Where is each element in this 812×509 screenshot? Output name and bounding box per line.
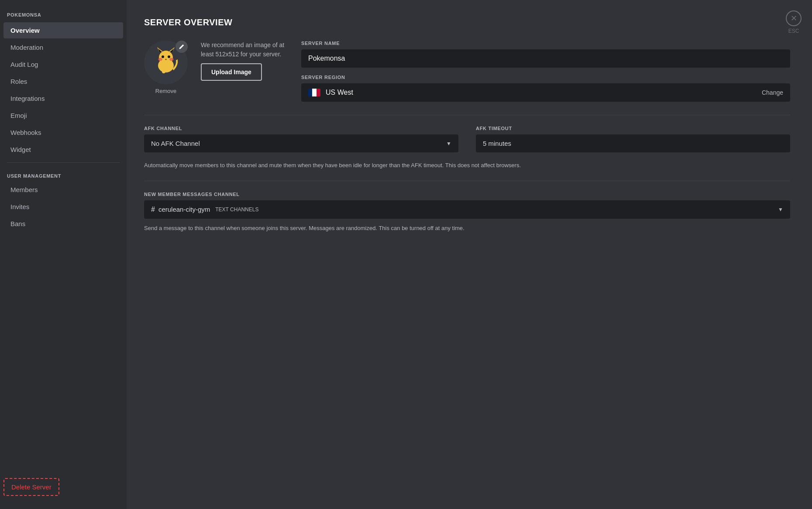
- afk-channel-label: AFK CHANNEL: [144, 126, 458, 131]
- change-region-button[interactable]: Change: [762, 89, 783, 96]
- recommend-text: We recommend an image of at least 512x51…: [201, 41, 288, 59]
- svg-point-12: [161, 69, 163, 71]
- server-icon-svg: [151, 47, 181, 78]
- sidebar-item-integrations[interactable]: Integrations: [3, 90, 123, 107]
- region-name: US West: [326, 89, 757, 96]
- server-region-box: US West Change: [301, 83, 790, 102]
- edit-icon-button[interactable]: [175, 41, 188, 53]
- svg-point-9: [169, 58, 174, 61]
- afk-timeout-value: 5 minutes: [483, 140, 511, 147]
- afk-section: AFK CHANNEL No AFK Channel ▼ AFK TIMEOUT…: [144, 126, 790, 152]
- sidebar-item-bans[interactable]: Bans: [3, 216, 123, 232]
- server-name-field: SERVER NAME: [301, 41, 790, 68]
- channel-select-left: # cerulean-city-gym TEXT CHANNELS: [151, 206, 258, 213]
- server-name-label: SERVER NAME: [301, 41, 790, 46]
- afk-channel-chevron-icon: ▼: [446, 141, 451, 147]
- server-icon-area: Remove: [144, 41, 188, 94]
- section-divider-2: [144, 181, 790, 181]
- user-management-label: USER MANAGEMENT: [0, 167, 127, 181]
- afk-timeout-label: AFK TIMEOUT: [476, 126, 790, 131]
- sidebar-item-members[interactable]: Members: [3, 182, 123, 198]
- afk-timeout-col: AFK TIMEOUT 5 minutes: [476, 126, 790, 152]
- sidebar-item-audit-log[interactable]: Audit Log: [3, 56, 123, 72]
- svg-point-13: [164, 69, 167, 71]
- sidebar-item-emoji[interactable]: Emoji: [3, 107, 123, 124]
- svg-point-1: [159, 51, 173, 65]
- upload-image-button[interactable]: Upload Image: [201, 63, 262, 81]
- afk-channel-col: AFK CHANNEL No AFK Channel ▼: [144, 126, 458, 152]
- new-member-description: Send a message to this channel when some…: [144, 224, 790, 233]
- close-button-area: ✕ ESC: [786, 10, 802, 34]
- image-upload-section: We recommend an image of at least 512x51…: [201, 41, 288, 81]
- afk-description: Automatically move members to this chann…: [144, 161, 790, 170]
- server-fields: SERVER NAME SERVER REGION US West Change: [301, 41, 790, 102]
- svg-point-7: [168, 55, 170, 58]
- new-member-section: NEW MEMBER MESSAGES CHANNEL # cerulean-c…: [144, 192, 790, 233]
- sidebar-divider-1: [7, 162, 120, 163]
- channel-category: TEXT CHANNELS: [215, 206, 258, 213]
- server-name-input[interactable]: [301, 49, 790, 68]
- esc-label: ESC: [788, 28, 799, 34]
- channel-select-chevron-icon: ▼: [778, 206, 783, 213]
- server-icon-wrapper: [144, 41, 188, 84]
- new-member-label: NEW MEMBER MESSAGES CHANNEL: [144, 192, 790, 197]
- server-name-label: POKEMONSA: [0, 9, 127, 22]
- close-button[interactable]: ✕: [786, 10, 802, 26]
- server-region-field: SERVER REGION US West Change: [301, 75, 790, 102]
- hash-icon: #: [151, 206, 155, 213]
- channel-name: cerulean-city-gym: [158, 206, 210, 213]
- channel-select-box[interactable]: # cerulean-city-gym TEXT CHANNELS ▼: [144, 200, 790, 219]
- server-region-label: SERVER REGION: [301, 75, 790, 80]
- us-flag-icon: [308, 89, 320, 96]
- afk-channel-value: No AFK Channel: [151, 140, 200, 147]
- svg-point-6: [162, 55, 164, 58]
- sidebar-item-moderation[interactable]: Moderation: [3, 39, 123, 55]
- sidebar-item-widget[interactable]: Widget: [3, 141, 123, 158]
- afk-timeout-select[interactable]: 5 minutes: [476, 134, 790, 152]
- sidebar-item-roles[interactable]: Roles: [3, 73, 123, 89]
- overview-top: Remove We recommend an image of at least…: [144, 41, 790, 102]
- sidebar-item-invites[interactable]: Invites: [3, 199, 123, 215]
- remove-label[interactable]: Remove: [155, 88, 176, 94]
- sidebar-item-webhooks[interactable]: Webhooks: [3, 124, 123, 141]
- svg-point-10: [165, 59, 167, 60]
- sidebar: POKEMONSA Overview Moderation Audit Log …: [0, 0, 127, 509]
- afk-channel-select[interactable]: No AFK Channel ▼: [144, 134, 458, 152]
- svg-point-8: [158, 58, 162, 61]
- delete-server-button[interactable]: Delete Server: [3, 478, 59, 496]
- page-title: SERVER OVERVIEW: [144, 17, 790, 28]
- sidebar-item-overview[interactable]: Overview: [3, 22, 123, 38]
- section-divider-1: [144, 115, 790, 115]
- main-content: ✕ ESC SERVER OVERVIEW: [127, 0, 812, 509]
